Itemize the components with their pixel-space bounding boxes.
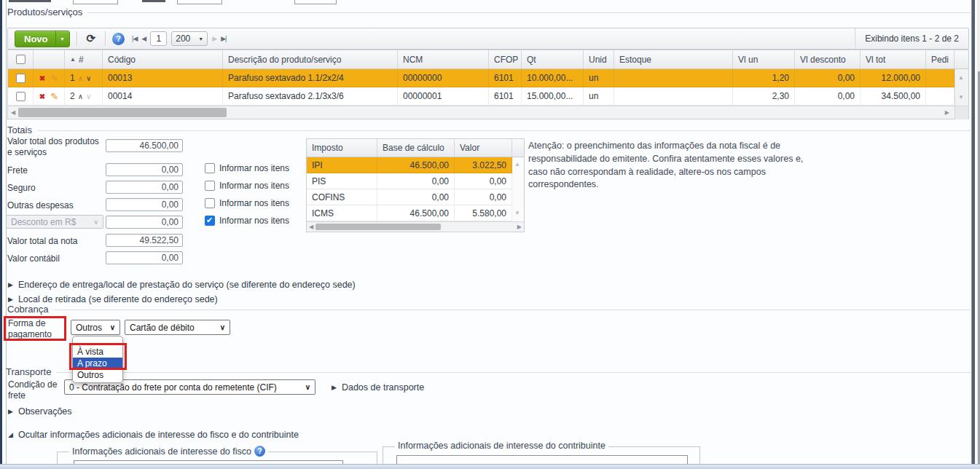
col-unid[interactable]: Unid	[584, 50, 614, 68]
bottom-horizontal-scrollbar[interactable]	[0, 464, 980, 469]
tax-row-pis[interactable]: PIS 0,00 0,00	[307, 173, 524, 189]
sort-header-cell[interactable]: ▲ #	[65, 50, 103, 68]
product-row-1[interactable]: ✖ ✎ 1 ∧ ∨ 00013 Parafuso sextavado 1.1/2…	[8, 69, 968, 87]
tax-vertical-scrollbar[interactable]: ▲ ▼	[512, 157, 524, 221]
col-valor: Valor	[455, 139, 512, 157]
scroll-down-icon[interactable]: ▼	[958, 94, 964, 100]
col-cfop[interactable]: CFOP	[489, 50, 522, 68]
frete-informar-checkbox[interactable]: ✔	[205, 163, 215, 173]
col-qt[interactable]: Qt	[522, 50, 584, 68]
delete-row-icon[interactable]: ✖	[39, 92, 45, 100]
section-cobranca: Cobrança	[7, 304, 971, 315]
tax-row-icms[interactable]: ICMS 46.500,00 5.580,00	[307, 205, 524, 221]
prev-page-icon[interactable]: ◀	[141, 35, 146, 42]
input-desconto[interactable]: 0,00	[106, 216, 183, 229]
col-estoque[interactable]: Estoque	[614, 50, 733, 68]
right-window-edge	[971, 0, 975, 464]
col-num: #	[79, 55, 84, 65]
clipped-input[interactable]	[73, 0, 118, 4]
dropdown-option-outros[interactable]: Outros	[73, 369, 122, 381]
section-observacoes[interactable]: ▶ Observações	[8, 406, 72, 417]
input-frete[interactable]: 0,00	[106, 163, 183, 176]
select-all-checkbox[interactable]	[16, 55, 26, 64]
help-icon[interactable]: ?	[254, 446, 265, 457]
desconto-tipo-select[interactable]: Desconto em R$ ∨	[6, 215, 103, 229]
cell-imposto: COFINS	[307, 189, 377, 205]
delete-row-icon[interactable]: ✖	[39, 74, 45, 82]
cell-base: 0,00	[377, 173, 455, 189]
edit-row-icon[interactable]: ✎	[50, 91, 58, 102]
col-pedido[interactable]: Pedi	[926, 50, 954, 68]
col-vl-un[interactable]: Vl un	[733, 50, 795, 68]
cell-base: 46.500,00	[377, 157, 455, 173]
new-item-dropdown-icon[interactable]: ▼	[55, 31, 69, 47]
section-endereco-entrega[interactable]: ▶ Endereço de entrega/local de prestação…	[8, 280, 356, 290]
edit-row-icon[interactable]: ✎	[50, 73, 58, 84]
dados-transporte-link[interactable]: ▶ Dados de transporte	[332, 382, 424, 393]
last-page-icon[interactable]: ▶|	[221, 35, 226, 42]
seguro-informar-checkbox[interactable]: ✔	[205, 181, 215, 191]
grid-header-row: ▲ # Código Descrição do produto/serviço …	[8, 50, 968, 69]
refresh-icon[interactable]: ⟳	[84, 32, 99, 45]
col-codigo[interactable]: Código	[103, 50, 223, 68]
move-up-icon[interactable]: ∧	[78, 92, 83, 100]
section-label: Observações	[18, 406, 72, 417]
scroll-up-icon[interactable]: ▲	[514, 161, 520, 168]
move-down-icon[interactable]: ∨	[86, 92, 91, 100]
scrollbar-thumb[interactable]	[18, 108, 227, 117]
tax-row-ipi[interactable]: IPI 46.500,00 3.022,50	[307, 157, 524, 173]
grid-horizontal-scrollbar[interactable]: ◀ ▶	[8, 106, 968, 119]
col-descricao[interactable]: Descrição do produto/serviço	[223, 50, 398, 68]
row-checkbox[interactable]	[16, 74, 26, 83]
first-page-icon[interactable]: |◀	[132, 35, 137, 42]
page-number-input[interactable]: 1	[150, 31, 167, 46]
tipo-pagamento-select[interactable]: Cartão de débito ∨	[125, 320, 230, 335]
page-size-select[interactable]: 200 ▼	[171, 31, 208, 46]
toggle-informacoes-adicionais[interactable]: ◢ Ocultar informações adicionais de inte…	[8, 430, 299, 440]
next-page-icon[interactable]: ▶	[212, 35, 216, 42]
scroll-right-icon[interactable]: ▶	[517, 224, 522, 230]
label-frete: Frete	[7, 165, 28, 176]
outras-informar-checkbox[interactable]: ✔	[205, 198, 215, 208]
move-up-icon[interactable]: ∧	[78, 74, 83, 82]
cell-imposto: IPI	[307, 157, 377, 173]
left-window-edge	[0, 0, 2, 464]
input-outras-despesas[interactable]: 0,00	[106, 198, 183, 211]
scroll-down-icon[interactable]: ▼	[514, 210, 520, 216]
col-ncm[interactable]: NCM	[398, 50, 489, 68]
help-icon[interactable]: ?	[112, 33, 125, 45]
input-valor-total-nota[interactable]: 49.522,50	[106, 234, 183, 247]
tax-row-cofins[interactable]: COFINS 0,00 0,00	[307, 189, 524, 205]
collapsed-icon: ▶	[8, 408, 13, 415]
clipped-input[interactable]	[294, 0, 337, 4]
section-local-retirada[interactable]: ▶ Local de retirada (se diferente do end…	[8, 294, 218, 304]
row-checkbox[interactable]	[16, 92, 26, 101]
desconto-informar-checkbox[interactable]: ✔	[205, 216, 215, 226]
clipped-input[interactable]	[177, 0, 222, 4]
product-row-2[interactable]: ✖ ✎ 2 ∧ ∨ 00014 Parafuso sextavado 2.1/3…	[8, 87, 968, 106]
cell-valor: 0,00	[455, 189, 512, 205]
input-seguro[interactable]: 0,00	[106, 181, 183, 194]
col-vl-tot[interactable]: Vl tot	[861, 50, 926, 68]
grid-vertical-scrollbar[interactable]: ▲ ▼	[954, 69, 968, 106]
forma-pagamento-select[interactable]: Outros ∨	[71, 320, 120, 335]
scroll-left-icon[interactable]: ◀	[11, 109, 15, 116]
scroll-left-icon[interactable]: ◀	[309, 224, 313, 230]
input-valor-contabil[interactable]: 0,00	[106, 251, 183, 264]
new-item-button[interactable]: Novo ▼	[15, 31, 70, 47]
left-panel-border	[6, 0, 7, 464]
section-title: Cobrança	[7, 304, 48, 315]
tax-horizontal-scrollbar[interactable]: ◀ ▶	[307, 221, 524, 232]
cell-qt: 15.000,00...	[522, 87, 584, 105]
input-valor-total-produtos[interactable]: 46.500,00	[106, 139, 183, 152]
scroll-up-icon[interactable]: ▲	[958, 74, 964, 81]
move-down-icon[interactable]: ∨	[86, 74, 91, 82]
col-vl-desconto[interactable]: Vl desconto	[795, 50, 861, 68]
collapsed-icon: ▶	[8, 296, 13, 303]
scrollbar-thumb[interactable]	[315, 224, 441, 230]
scroll-right-icon[interactable]: ▶	[945, 109, 949, 116]
row-select-cell	[8, 69, 34, 87]
cell-valor: 5.580,00	[455, 205, 512, 221]
desconto-tipo-value: Desconto em R$	[11, 217, 76, 227]
row-actions-cell: ✖ ✎	[34, 87, 65, 105]
